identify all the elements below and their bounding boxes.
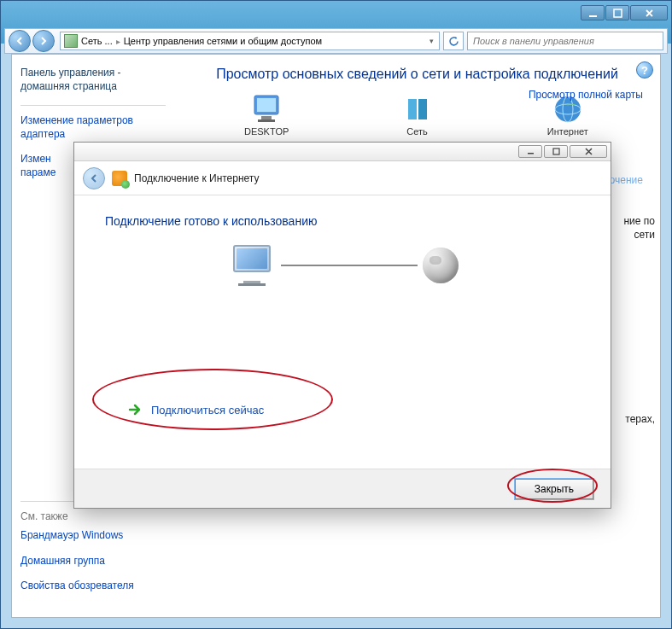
address-bar: Сеть ... ▸ Центр управления сетями и общ… <box>4 28 668 54</box>
wizard-icon <box>112 171 127 186</box>
text-fragment: терах, <box>625 413 655 425</box>
dialog-body: Подключение готово к использованию Подкл… <box>74 195 611 433</box>
arrow-right-icon <box>127 402 143 417</box>
connect-now-link[interactable]: Подключиться сейчас <box>122 397 580 422</box>
dialog-back-button[interactable] <box>83 167 105 189</box>
window-titlebar <box>1 1 671 25</box>
svg-rect-0 <box>589 15 597 17</box>
dialog-footer: Закрыть <box>74 469 611 508</box>
nav-forward-button[interactable] <box>32 30 55 52</box>
dialog-heading: Подключение готово к использованию <box>105 214 580 228</box>
svg-rect-5 <box>258 119 275 122</box>
svg-rect-7 <box>418 99 427 119</box>
help-button[interactable]: ? <box>636 61 653 79</box>
node-network-label: Сеть <box>374 126 459 137</box>
sidebar-homegroup-link[interactable]: Домашняя группа <box>20 555 166 568</box>
view-full-map-link[interactable]: Просмотр полной карты <box>529 89 643 101</box>
connect-now-label: Подключиться сейчас <box>151 404 264 416</box>
dialog-minimize-button[interactable] <box>518 145 542 158</box>
dialog-titlebar <box>74 143 611 161</box>
svg-rect-1 <box>614 9 622 17</box>
close-button[interactable]: Закрыть <box>515 479 593 499</box>
sidebar-see-also-heading: См. также <box>20 510 166 522</box>
dialog-header: Подключение к Интернету <box>74 161 611 195</box>
page-title: Просмотр основных сведений о сети и наст… <box>191 67 643 82</box>
breadcrumb-level2[interactable]: Центр управления сетями и общим доступом <box>124 36 322 46</box>
minimize-button[interactable] <box>581 5 605 20</box>
globe-icon <box>423 248 459 283</box>
breadcrumb-level1[interactable]: Сеть ... <box>81 36 113 46</box>
text-fragment: сети <box>634 229 655 241</box>
sidebar-internet-options-link[interactable]: Свойства обозревателя <box>20 579 166 593</box>
nav-back-button[interactable] <box>9 30 31 52</box>
text-fragment: ние по <box>623 215 655 227</box>
chevron-down-icon[interactable]: ▾ <box>428 37 435 45</box>
network-icon <box>64 34 78 48</box>
svg-rect-3 <box>257 98 276 112</box>
refresh-button[interactable] <box>443 32 464 50</box>
connector-line <box>281 265 418 266</box>
dialog-maximize-button[interactable] <box>544 145 568 158</box>
svg-rect-6 <box>408 99 417 119</box>
sidebar-firewall-link[interactable]: Брандмауэр Windows <box>20 529 166 543</box>
computer-icon <box>226 245 276 286</box>
connection-diagram <box>105 245 580 286</box>
sidebar-adapter-link[interactable]: Изменение параметров адаптера <box>20 114 166 141</box>
node-internet-label: Интернет <box>525 126 611 137</box>
chevron-right-icon: ▸ <box>116 37 120 46</box>
breadcrumb[interactable]: Сеть ... ▸ Центр управления сетями и общ… <box>60 32 440 50</box>
node-desktop-label: DESKTOP <box>224 126 309 137</box>
dialog-close-x-button[interactable] <box>570 145 607 158</box>
sidebar-home-link[interactable]: Панель управления - домашняя страница <box>20 67 166 93</box>
search-input[interactable] <box>467 32 663 50</box>
close-window-button[interactable] <box>630 5 668 20</box>
network-hub-icon <box>400 94 434 125</box>
svg-rect-12 <box>553 149 559 154</box>
computer-icon <box>249 94 283 125</box>
connection-wizard-dialog: Подключение к Интернету Подключение гото… <box>73 142 611 509</box>
svg-rect-4 <box>261 116 272 119</box>
dialog-title: Подключение к Интернету <box>134 172 260 184</box>
svg-rect-11 <box>528 153 534 154</box>
maximize-button[interactable] <box>605 5 629 20</box>
